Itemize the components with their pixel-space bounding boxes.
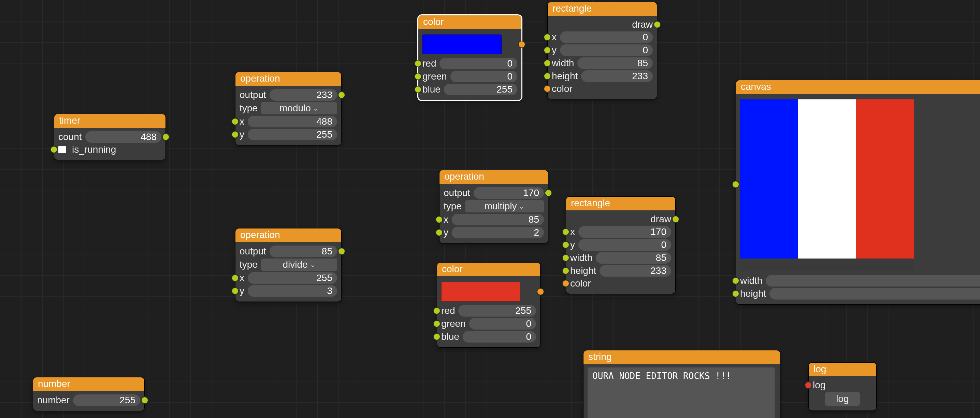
port-in-width[interactable] bbox=[544, 60, 550, 66]
node-title[interactable]: operation bbox=[235, 228, 341, 242]
op1-x[interactable]: 488 bbox=[248, 116, 337, 128]
node-title[interactable]: rectangle bbox=[548, 2, 657, 16]
field-label-type: type bbox=[240, 259, 258, 270]
chevron-down-icon: ⌄ bbox=[313, 104, 319, 112]
port-in-x[interactable] bbox=[544, 34, 550, 40]
log-button[interactable]: log bbox=[825, 392, 859, 406]
node-color-red[interactable]: color red 255 green 0 blue 0 bbox=[437, 263, 540, 347]
port-out-output[interactable] bbox=[339, 248, 345, 254]
port-in-color[interactable] bbox=[544, 86, 550, 92]
op3-type-select[interactable]: multiply ⌄ bbox=[465, 200, 544, 212]
node-title[interactable]: number bbox=[33, 377, 144, 391]
canvas-height[interactable]: 255 bbox=[770, 288, 980, 300]
node-title[interactable]: canvas bbox=[736, 80, 980, 94]
port-out-count[interactable] bbox=[163, 134, 169, 140]
color2-green[interactable]: 0 bbox=[469, 318, 536, 330]
op3-y[interactable]: 2 bbox=[452, 227, 544, 238]
port-in-blue[interactable] bbox=[415, 86, 421, 93]
port-in-color[interactable] bbox=[563, 280, 569, 287]
rect2-width[interactable]: 85 bbox=[596, 252, 671, 264]
port-in-green[interactable] bbox=[415, 73, 421, 80]
port-in-x[interactable] bbox=[563, 229, 569, 235]
color-swatch[interactable] bbox=[441, 282, 520, 302]
rect1-width[interactable]: 85 bbox=[578, 57, 653, 69]
node-title[interactable]: color bbox=[418, 15, 522, 29]
rect2-height[interactable]: 233 bbox=[600, 265, 671, 277]
string-textarea[interactable] bbox=[588, 367, 775, 418]
port-out-output[interactable] bbox=[545, 190, 551, 196]
op2-y[interactable]: 3 bbox=[248, 285, 337, 297]
node-number[interactable]: number number 255 bbox=[33, 377, 144, 411]
rect2-x[interactable]: 170 bbox=[578, 226, 671, 238]
port-in-height[interactable] bbox=[563, 268, 569, 274]
port-in-y[interactable] bbox=[232, 131, 238, 138]
port-in-height[interactable] bbox=[544, 73, 550, 79]
port-in-red[interactable] bbox=[415, 61, 421, 67]
field-label-type: type bbox=[240, 103, 258, 114]
node-string[interactable]: string bbox=[584, 350, 780, 418]
node-title[interactable]: string bbox=[584, 350, 780, 364]
op2-type-select[interactable]: divide ⌄ bbox=[261, 258, 337, 271]
timer-count-value[interactable]: 488 bbox=[85, 131, 162, 143]
node-operation-multiply[interactable]: operation output 170 type multiply ⌄ x 8… bbox=[439, 170, 548, 243]
field-label-y: y bbox=[240, 286, 244, 297]
rect2-y[interactable]: 0 bbox=[578, 239, 671, 250]
port-in-y[interactable] bbox=[232, 288, 238, 294]
port-in-y[interactable] bbox=[544, 47, 550, 53]
node-title[interactable]: operation bbox=[439, 170, 548, 184]
port-in-blue[interactable] bbox=[434, 333, 440, 340]
color1-red[interactable]: 0 bbox=[439, 58, 517, 69]
port-in-x[interactable] bbox=[436, 217, 442, 223]
op1-y[interactable]: 255 bbox=[248, 129, 337, 140]
node-color-blue[interactable]: color red 0 green 0 blue 255 bbox=[418, 15, 522, 100]
port-in-log[interactable] bbox=[805, 382, 811, 388]
rect1-height[interactable]: 233 bbox=[581, 70, 653, 82]
field-label-width: width bbox=[570, 252, 592, 263]
port-out-number[interactable] bbox=[142, 397, 148, 403]
op3-x[interactable]: 85 bbox=[452, 214, 544, 225]
node-canvas[interactable]: canvas width 255 height 255 bbox=[736, 80, 980, 304]
rect1-x[interactable]: 0 bbox=[560, 32, 653, 43]
node-title[interactable]: rectangle bbox=[566, 197, 675, 211]
node-log[interactable]: log log log bbox=[809, 363, 876, 410]
node-title[interactable]: operation bbox=[235, 72, 341, 86]
node-title[interactable]: timer bbox=[54, 114, 165, 128]
op1-type-select[interactable]: modulo ⌄ bbox=[261, 102, 337, 115]
op2-x[interactable]: 255 bbox=[248, 272, 337, 284]
port-in-y[interactable] bbox=[436, 230, 442, 236]
port-in-width[interactable] bbox=[733, 278, 739, 284]
number-value[interactable]: 255 bbox=[73, 394, 140, 406]
port-in-x[interactable] bbox=[232, 275, 238, 281]
port-in-height[interactable] bbox=[733, 290, 739, 297]
node-title[interactable]: color bbox=[437, 263, 540, 276]
port-in-width[interactable] bbox=[563, 255, 569, 261]
is-running-checkbox[interactable] bbox=[58, 146, 66, 153]
color1-green[interactable]: 0 bbox=[450, 71, 517, 82]
color2-red[interactable]: 255 bbox=[458, 305, 536, 317]
port-out-color[interactable] bbox=[538, 289, 544, 295]
node-operation-divide[interactable]: operation output 85 type divide ⌄ x 255 … bbox=[235, 228, 341, 302]
port-out-draw[interactable] bbox=[673, 216, 679, 222]
port-in-is-running[interactable] bbox=[51, 147, 57, 153]
port-in-red[interactable] bbox=[434, 308, 440, 314]
color2-blue[interactable]: 0 bbox=[463, 331, 536, 343]
field-label-height: height bbox=[570, 265, 596, 276]
port-in-x[interactable] bbox=[232, 118, 238, 124]
canvas-width[interactable]: 255 bbox=[766, 275, 980, 287]
field-label-output: output bbox=[240, 246, 266, 257]
node-title[interactable]: log bbox=[809, 363, 876, 377]
node-timer[interactable]: timer count 488 is_running bbox=[54, 114, 165, 160]
node-rectangle-1[interactable]: rectangle draw x0 y0 width85 height233 c… bbox=[548, 2, 657, 99]
port-in-y[interactable] bbox=[563, 242, 569, 248]
field-label-x: x bbox=[240, 116, 244, 127]
port-out-draw[interactable] bbox=[654, 22, 660, 28]
color-swatch[interactable] bbox=[422, 35, 501, 54]
port-out-output[interactable] bbox=[339, 92, 345, 98]
port-in-draw[interactable] bbox=[733, 181, 739, 187]
port-out-color[interactable] bbox=[519, 41, 525, 48]
rect1-y[interactable]: 0 bbox=[560, 45, 653, 56]
node-operation-modulo[interactable]: operation output 233 type modulo ⌄ x 488… bbox=[235, 72, 341, 145]
node-rectangle-2[interactable]: rectangle draw x170 y0 width85 height233… bbox=[566, 197, 675, 294]
color1-blue[interactable]: 255 bbox=[444, 84, 517, 95]
port-in-green[interactable] bbox=[434, 321, 440, 327]
